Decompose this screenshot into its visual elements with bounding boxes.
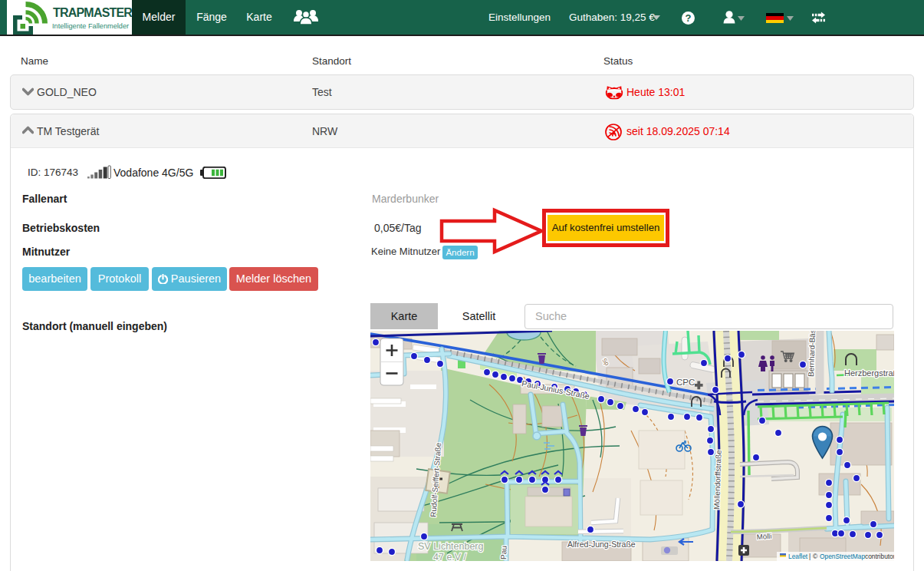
svg-text:47 e.V /: 47 e.V / (433, 552, 467, 561)
svg-text:contributors: contributors (865, 553, 894, 560)
svg-text:|: | (809, 553, 811, 560)
svg-text:OpenStreetMap: OpenStreetMap (820, 553, 865, 560)
svg-text:Herzbergstraße: Herzbergstraße (844, 368, 894, 378)
svg-text:Leaflet: Leaflet (788, 553, 808, 560)
svg-text:TRAPMASTER: TRAPMASTER (53, 6, 133, 19)
svg-text:Bernhard-Bäst: Bernhard-Bäst (807, 331, 817, 377)
svg-text:CPC: CPC (676, 378, 695, 387)
svg-text:Mölli: Mölli (756, 532, 771, 541)
svg-text:Intelligente Fallenmelder: Intelligente Fallenmelder (52, 22, 129, 30)
svg-text:Pau: Pau (499, 546, 508, 559)
svg-text:Alfred-Jung-Straße: Alfred-Jung-Straße (567, 540, 636, 549)
svg-text:©: © (813, 553, 818, 560)
svg-text:SV Lichtenberg: SV Lichtenberg (418, 541, 484, 552)
